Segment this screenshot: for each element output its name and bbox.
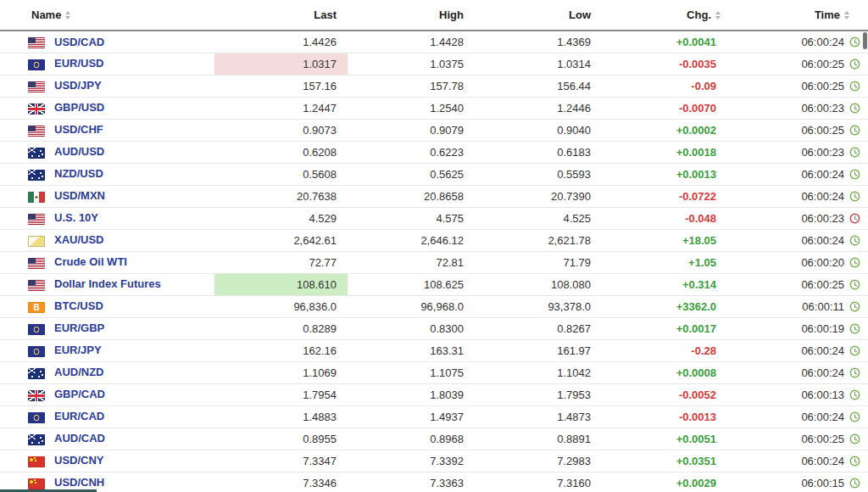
last-price-cell: 157.16	[214, 75, 348, 97]
change-cell: +0.0002	[602, 119, 729, 141]
scrollbar-thumb[interactable]	[863, 32, 867, 49]
high-price-cell: 0.6223	[348, 141, 475, 163]
table-row: AUD/USD 0.6208 0.6223 0.6183 +0.0018 06:…	[0, 141, 868, 163]
pair-link[interactable]: USD/CHF	[54, 123, 103, 136]
change-cell: +0.0029	[602, 472, 729, 492]
time-cell: 06:00:24	[801, 411, 844, 423]
last-price-cell: 1.7954	[214, 383, 348, 405]
pair-link[interactable]: AUD/NZD	[54, 366, 104, 378]
green-clock-icon	[849, 36, 860, 48]
pair-link[interactable]: USD/CNY	[54, 454, 104, 467]
table-row: Crude Oil WTI 72.77 72.81 71.79 +1.05 06…	[0, 251, 868, 273]
quotes-tbody: USD/CAD 1.4426 1.4428 1.4369 +0.0041 06:…	[0, 31, 868, 492]
column-header-chg-label: Chg.	[687, 8, 711, 21]
pair-link[interactable]: USD/CAD	[54, 36, 104, 48]
low-price-cell: 0.8267	[475, 317, 602, 339]
european-union-flag-icon	[28, 346, 45, 357]
quotes-page: Name Last High Low Chg.	[0, 0, 868, 492]
last-price-cell: 0.8289	[214, 317, 348, 339]
table-row: EUR/GBP 0.8289 0.8300 0.8267 +0.0017 06:…	[0, 317, 868, 339]
pair-link[interactable]: EUR/CAD	[54, 410, 104, 422]
green-clock-icon	[849, 81, 860, 92]
pair-link[interactable]: BTC/USD	[54, 299, 103, 312]
last-price-cell: 7.3346	[214, 472, 348, 492]
time-cell: 06:00:25	[801, 80, 844, 92]
green-clock-icon	[849, 411, 860, 422]
column-header-time[interactable]: Time	[729, 0, 868, 31]
column-header-chg[interactable]: Chg.	[602, 0, 729, 31]
change-cell: +3362.0	[602, 295, 729, 317]
united-states-flag-icon	[28, 258, 45, 269]
last-price-cell: 1.1069	[214, 361, 348, 383]
table-row: AUD/NZD 1.1069 1.1075 1.1042 +0.0008 06:…	[0, 361, 868, 383]
time-cell: 06:00:24	[801, 234, 844, 247]
table-row: EUR/CAD 1.4883 1.4937 1.4873 -0.0013 06:…	[0, 405, 868, 428]
pair-link[interactable]: AUD/CAD	[54, 432, 105, 444]
high-price-cell: 163.31	[348, 339, 475, 361]
european-union-flag-icon	[28, 412, 45, 423]
last-price-cell: 1.2447	[214, 97, 348, 119]
new-zealand-flag-icon	[28, 170, 45, 181]
time-cell: 06:00:24	[801, 366, 844, 379]
pair-link[interactable]: GBP/USD	[54, 101, 104, 114]
green-clock-icon	[849, 125, 860, 136]
last-price-cell: 108.610	[214, 273, 348, 295]
high-price-cell: 0.5625	[348, 163, 475, 185]
australia-flag-icon	[28, 434, 45, 445]
column-header-name-label: Name	[31, 8, 61, 21]
pair-link[interactable]: USD/CNH	[54, 476, 104, 489]
high-price-cell: 1.4428	[348, 31, 475, 53]
header-row: Name Last High Low Chg.	[0, 0, 868, 31]
green-clock-icon	[849, 191, 860, 202]
australia-flag-icon	[28, 368, 45, 379]
pair-link[interactable]: EUR/USD	[54, 57, 104, 70]
pair-link[interactable]: NZD/USD	[54, 167, 103, 180]
united-kingdom-flag-icon	[28, 390, 45, 401]
high-price-cell: 0.8300	[348, 317, 475, 339]
last-price-cell: 0.9073	[214, 119, 348, 141]
united-states-flag-icon	[28, 214, 45, 225]
low-price-cell: 0.8891	[475, 428, 602, 450]
low-price-cell: 7.2983	[475, 450, 602, 472]
pair-link[interactable]: U.S. 10Y	[54, 211, 98, 224]
change-cell: -0.048	[602, 207, 729, 229]
pair-link[interactable]: EUR/GBP	[54, 321, 104, 334]
time-cell: 06:00:24	[801, 344, 844, 357]
change-cell: -0.0052	[602, 383, 729, 405]
low-price-cell: 1.1042	[475, 361, 602, 383]
table-row: XAU/USD 2,642.61 2,646.12 2,621.78 +18.0…	[0, 229, 868, 251]
column-header-low[interactable]: Low	[475, 0, 602, 31]
pair-link[interactable]: Crude Oil WTI	[54, 255, 127, 268]
time-cell: 06:00:24	[801, 168, 844, 181]
low-price-cell: 71.79	[475, 251, 602, 273]
high-price-cell: 7.3392	[348, 450, 475, 472]
last-price-cell: 0.5608	[214, 163, 348, 185]
low-price-cell: 93,378.0	[475, 295, 602, 317]
pair-link[interactable]: Dollar Index Futures	[54, 277, 161, 290]
time-cell: 06:00:15	[801, 477, 844, 489]
column-header-high[interactable]: High	[348, 0, 475, 31]
table-row: USD/CHF 0.9073 0.9079 0.9040 +0.0002 06:…	[0, 119, 868, 141]
green-clock-icon	[849, 456, 860, 467]
pair-link[interactable]: USD/JPY	[54, 79, 102, 92]
green-clock-icon	[849, 257, 860, 268]
table-row: EUR/USD 1.0317 1.0375 1.0314 -0.0035 06:…	[0, 53, 868, 75]
green-clock-icon	[849, 279, 860, 290]
pair-link[interactable]: GBP/CAD	[54, 388, 105, 400]
column-header-name[interactable]: Name	[0, 0, 214, 31]
low-price-cell: 0.9040	[475, 119, 602, 141]
pair-link[interactable]: AUD/USD	[54, 145, 104, 158]
time-cell: 06:00:25	[801, 58, 844, 70]
green-clock-icon	[849, 323, 860, 334]
gold-icon-icon	[28, 236, 45, 247]
column-header-last[interactable]: Last	[214, 0, 348, 31]
australia-flag-icon	[28, 148, 45, 159]
high-price-cell: 157.78	[348, 75, 475, 97]
change-cell: -0.0070	[602, 97, 729, 119]
pair-link[interactable]: EUR/JPY	[54, 344, 102, 356]
mexico-flag-icon	[28, 192, 45, 203]
pair-link[interactable]: XAU/USD	[54, 233, 104, 246]
quotes-table: Name Last High Low Chg.	[0, 0, 868, 492]
pair-link[interactable]: USD/MXN	[54, 189, 105, 202]
green-clock-icon	[849, 147, 860, 158]
